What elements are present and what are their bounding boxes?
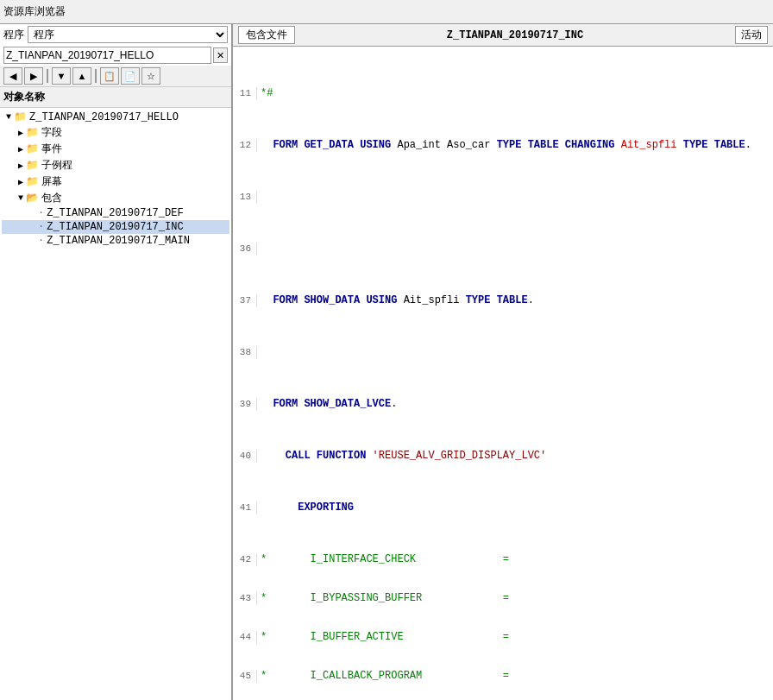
def-file-icon: · xyxy=(38,207,44,219)
right-header: 包含文件 Z_TIANPAN_20190717_INC 活动 xyxy=(233,24,773,47)
code-area[interactable]: 11 *# 12 FORM GET_DATA USING Apa_int Aso… xyxy=(233,47,773,700)
tree-item-def[interactable]: · Z_TIANPAN_20190717_DEF xyxy=(2,206,229,220)
code-line-43: 43* I_BYPASSING_BUFFER = xyxy=(233,592,773,605)
root-toggle[interactable]: ▼ xyxy=(3,112,14,122)
code-content: 11 *# 12 FORM GET_DATA USING Apa_int Aso… xyxy=(233,47,773,700)
up-button[interactable]: ▲ xyxy=(72,67,91,85)
forward-button[interactable]: ▶ xyxy=(24,67,43,85)
main-label: Z_TIANPAN_20190717_MAIN xyxy=(47,235,190,247)
object-toolbar: ◀ ▶ ▼ ▲ 📋 📄 ☆ xyxy=(0,66,231,87)
inc-file-icon: · xyxy=(38,221,44,233)
tree-root[interactable]: ▼ 📁 Z_TIANPAN_20190717_HELLO xyxy=(2,110,229,124)
ln-11: 11 xyxy=(233,87,257,100)
tree-item-events[interactable]: ▶ 📁 事件 xyxy=(2,141,229,157)
events-label: 事件 xyxy=(41,142,62,156)
root-folder-icon: 📁 xyxy=(14,110,27,123)
ln-44: 44 xyxy=(233,631,257,644)
ln-37: 37 xyxy=(233,294,257,307)
include-tab[interactable]: 包含文件 xyxy=(238,26,295,44)
code-line-39: 39 FORM SHOW_DATA_LVCE. xyxy=(233,398,773,411)
code-line-38: 38 xyxy=(233,346,773,359)
tree-item-fields[interactable]: ▶ 📁 字段 xyxy=(2,124,229,141)
program-label: 程序 xyxy=(3,28,24,42)
sub-toggle[interactable]: ▶ xyxy=(16,161,26,171)
object-label: 对象名称 xyxy=(0,87,231,108)
code-line-42: 42* I_INTERFACE_CHECK = xyxy=(233,553,773,566)
paste-button[interactable]: 📄 xyxy=(121,67,140,85)
code-line-11: 11 *# xyxy=(233,87,773,100)
tree-item-main[interactable]: · Z_TIANPAN_20190717_MAIN xyxy=(2,234,229,248)
code-line-36: 36 xyxy=(233,243,773,255)
screens-folder-icon: 📁 xyxy=(26,175,39,188)
code-line-37: 37 FORM SHOW_DATA USING Ait_spfli TYPE T… xyxy=(233,294,773,307)
code-line-45: 45* I_CALLBACK_PROGRAM = xyxy=(233,670,773,683)
ln-39: 39 xyxy=(233,398,257,411)
code-line-41: 41 EXPORTING xyxy=(233,501,773,514)
ln-41: 41 xyxy=(233,501,257,514)
down-button[interactable]: ▼ xyxy=(52,67,71,85)
program-row: 程序 程序 xyxy=(0,24,231,45)
ln-38: 38 xyxy=(233,346,257,359)
close-button[interactable]: ✕ xyxy=(213,47,228,63)
right-panel: 包含文件 Z_TIANPAN_20190717_INC 活动 11 *# 12 … xyxy=(233,24,773,700)
main-file-icon: · xyxy=(38,235,44,247)
includes-label: 包含 xyxy=(41,191,62,205)
ln-36: 36 xyxy=(233,243,257,255)
status-badge: 活动 xyxy=(735,26,768,44)
code-line-12: 12 FORM GET_DATA USING Apa_int Aso_car T… xyxy=(233,139,773,152)
code-line-13: 13 xyxy=(233,191,773,204)
ln-13: 13 xyxy=(233,191,257,204)
program-select[interactable]: 程序 xyxy=(28,26,228,43)
code-line-44: 44* I_BUFFER_ACTIVE = xyxy=(233,631,773,644)
object-tree: ▼ 📁 Z_TIANPAN_20190717_HELLO ▶ 📁 字段 ▶ 📁 … xyxy=(0,108,231,700)
separator2 xyxy=(95,69,97,83)
ln-45: 45 xyxy=(233,670,257,683)
tree-item-subroutines[interactable]: ▶ 📁 子例程 xyxy=(2,157,229,173)
screens-toggle[interactable]: ▶ xyxy=(16,177,26,187)
ln-43: 43 xyxy=(233,592,257,605)
def-label: Z_TIANPAN_20190717_DEF xyxy=(47,207,183,219)
code-line-40: 40 CALL FUNCTION 'REUSE_ALV_GRID_DISPLAY… xyxy=(233,450,773,463)
main-layout: 程序 程序 ✕ ◀ ▶ ▼ ▲ 📋 📄 ☆ 对象名称 ▼ xyxy=(0,24,773,700)
tree-item-screens[interactable]: ▶ 📁 屏幕 xyxy=(2,173,229,190)
program-input-row: ✕ xyxy=(0,45,231,66)
ln-42: 42 xyxy=(233,553,257,566)
filename-display: Z_TIANPAN_20190717_INC xyxy=(302,29,728,41)
ln-12: 12 xyxy=(233,139,257,152)
fields-label: 字段 xyxy=(41,125,62,140)
separator1 xyxy=(47,69,48,83)
program-input[interactable] xyxy=(3,47,211,64)
events-folder-icon: 📁 xyxy=(26,142,39,155)
fields-toggle[interactable]: ▶ xyxy=(16,128,26,138)
inc-label: Z_TIANPAN_20190717_INC xyxy=(47,221,183,233)
tree-root-label: Z_TIANPAN_20190717_HELLO xyxy=(29,111,179,123)
sub-label: 子例程 xyxy=(41,158,72,173)
left-panel: 程序 程序 ✕ ◀ ▶ ▼ ▲ 📋 📄 ☆ 对象名称 ▼ xyxy=(0,24,233,700)
includes-toggle[interactable]: ▼ xyxy=(16,193,26,203)
screens-label: 屏幕 xyxy=(41,174,62,189)
top-bar: 资源库浏览器 xyxy=(0,0,773,24)
tree-item-includes[interactable]: ▼ 📂 包含 xyxy=(2,190,229,206)
app-title: 资源库浏览器 xyxy=(3,4,66,19)
events-toggle[interactable]: ▶ xyxy=(16,144,26,155)
fields-folder-icon: 📁 xyxy=(26,126,39,139)
tree-item-inc[interactable]: · Z_TIANPAN_20190717_INC xyxy=(2,220,229,234)
includes-folder-icon: 📂 xyxy=(26,192,39,205)
copy-button[interactable]: 📋 xyxy=(100,67,119,85)
sub-folder-icon: 📁 xyxy=(26,159,39,172)
ln-40: 40 xyxy=(233,450,257,463)
back-button[interactable]: ◀ xyxy=(3,67,22,85)
star-button[interactable]: ☆ xyxy=(141,67,160,85)
